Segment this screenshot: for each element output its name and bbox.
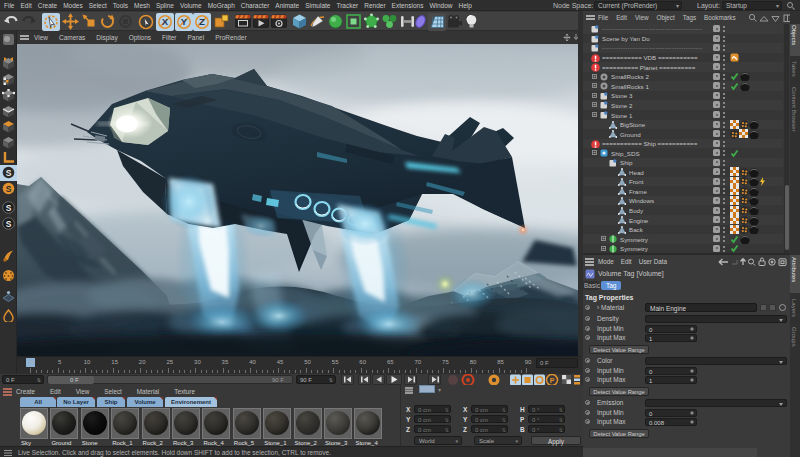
svg-text:X: X — [162, 16, 169, 27]
svg-text:S: S — [6, 168, 12, 178]
svg-text:Y: Y — [180, 16, 187, 27]
svg-text:P: P — [550, 377, 555, 384]
svg-text:S: S — [6, 203, 12, 213]
svg-text:S: S — [6, 219, 12, 229]
svg-text:S: S — [6, 184, 12, 194]
svg-text:Z: Z — [199, 16, 205, 27]
